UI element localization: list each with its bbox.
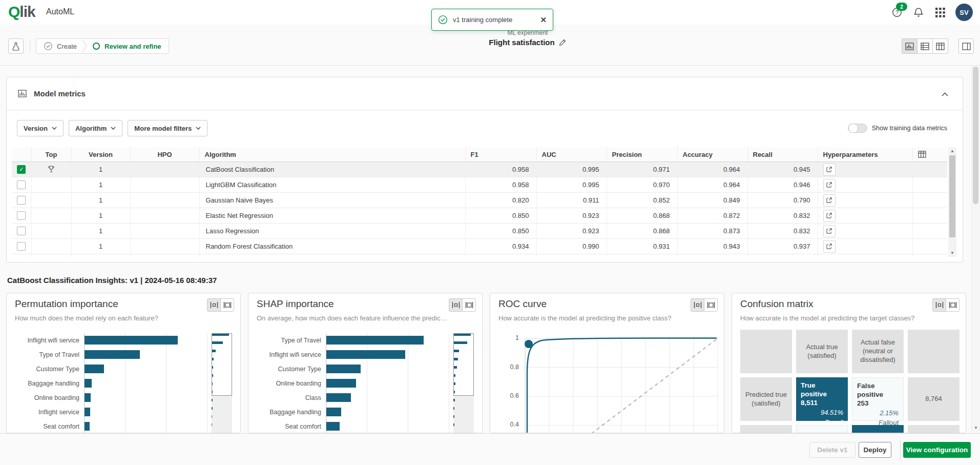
table-scrollbar-thumb[interactable] — [949, 155, 955, 237]
page-scrollbar[interactable]: ▼ — [971, 66, 980, 433]
cm-true-positive-cell[interactable]: True positive 8,511 94.51% Recall — [796, 377, 848, 421]
column-header-F1[interactable]: F1 — [465, 147, 536, 162]
model-row[interactable]: 1 Lasso Regression 0.8500.9230.8680.8730… — [12, 224, 947, 239]
hyperparameters-link-button[interactable] — [823, 179, 836, 191]
scroll-down-icon[interactable]: ▼ — [948, 251, 956, 255]
permutation-minimap[interactable] — [212, 333, 232, 433]
table-view-button[interactable] — [932, 38, 948, 54]
app-launcher-icon[interactable] — [934, 6, 946, 18]
column-header-select[interactable] — [12, 147, 31, 162]
focus-view-button[interactable] — [207, 298, 221, 312]
row-checkbox[interactable] — [17, 227, 26, 235]
step-review-label: Review and refine — [105, 43, 161, 50]
scroll-up-icon[interactable]: ▲ — [948, 149, 956, 153]
importance-bar[interactable] — [85, 379, 92, 388]
algorithm-filter-dropdown[interactable]: Algorithm — [69, 120, 122, 136]
model-row[interactable]: 1 Elastic Net Regression 0.8500.9230.868… — [12, 208, 947, 224]
row-checkbox[interactable] — [17, 242, 26, 251]
hyperparameters-link-button[interactable] — [823, 194, 836, 207]
expand-view-button[interactable] — [704, 298, 718, 312]
row-checkbox[interactable]: ✓ — [17, 165, 26, 174]
column-header-Version[interactable]: Version — [71, 147, 130, 162]
importance-bar[interactable] — [85, 422, 90, 431]
collapse-card-button[interactable] — [939, 89, 950, 100]
column-picker-button[interactable] — [912, 147, 947, 162]
importance-bar[interactable] — [326, 336, 424, 345]
view-configuration-button[interactable]: View configuration — [903, 442, 971, 458]
toast-close-icon[interactable]: ✕ — [540, 15, 547, 25]
version-filter-dropdown[interactable]: Version — [17, 120, 64, 136]
focus-view-button[interactable] — [691, 298, 704, 312]
metric-cell: 0.832 — [747, 224, 818, 239]
deploy-button[interactable]: Deploy — [859, 442, 891, 458]
importance-bar[interactable] — [326, 379, 356, 388]
help-button[interactable]: ? 2 — [891, 6, 903, 18]
expand-view-button[interactable] — [462, 298, 476, 312]
column-header-AUC[interactable]: AUC — [536, 147, 607, 162]
importance-bar[interactable] — [326, 350, 405, 359]
column-header-Precision[interactable]: Precision — [607, 147, 677, 162]
side-panel-toggle-button[interactable] — [958, 38, 974, 54]
bar-chart-view-icon — [905, 43, 914, 50]
metric-cell: 0.934 — [465, 239, 536, 254]
importance-bar[interactable] — [85, 393, 91, 402]
algorithm-cell: LightGBM Classification — [199, 177, 465, 193]
shap-minimap[interactable] — [453, 333, 474, 433]
page-scrollbar-thumb[interactable] — [973, 67, 978, 204]
model-row[interactable]: ✓ 1 CatBoost Classification 0.9580.9950.… — [12, 162, 947, 177]
row-checkbox[interactable] — [17, 196, 26, 205]
qlik-logo[interactable]: Qlik — [8, 3, 35, 21]
table-scrollbar[interactable]: ▲ ▼ — [948, 147, 956, 257]
importance-bar[interactable] — [326, 365, 361, 373]
show-training-data-toggle[interactable] — [848, 124, 867, 133]
column-header-HPO[interactable]: HPO — [130, 147, 199, 162]
list-view-button[interactable] — [917, 38, 933, 54]
step-create[interactable]: Create — [44, 42, 77, 51]
cm-corner-cell — [740, 330, 792, 373]
chevron-down-icon — [196, 127, 201, 130]
right-panel-icon — [962, 43, 971, 50]
importance-bar[interactable] — [326, 422, 340, 431]
panel-title: Confusion matrix — [740, 298, 814, 310]
row-checkbox[interactable] — [17, 180, 26, 189]
focus-view-button[interactable] — [449, 298, 463, 312]
importance-bar[interactable] — [326, 393, 351, 402]
edit-pencil-icon[interactable] — [559, 38, 567, 46]
model-row[interactable]: 1 Gaussian Naive Bayes 0.8200.9110.8520.… — [12, 193, 947, 208]
model-row[interactable]: 1 LightGBM Classification 0.9580.9950.97… — [12, 177, 947, 193]
step-review-and-refine[interactable]: Review and refine — [92, 42, 161, 50]
importance-bar[interactable] — [85, 350, 140, 359]
model-row[interactable]: 1 Random Forest Classification 0.9340.99… — [12, 239, 947, 254]
hyperparameters-link-button[interactable] — [823, 225, 836, 237]
delete-version-button[interactable]: Delete v1 — [809, 442, 856, 458]
column-header-Top[interactable]: Top — [31, 147, 71, 162]
user-avatar[interactable]: SV — [955, 4, 973, 21]
hyperparameters-link-button[interactable] — [823, 210, 836, 222]
hyperparameters-link-button[interactable] — [823, 240, 836, 253]
scroll-down-icon[interactable]: ▼ — [972, 426, 980, 430]
column-header-Hyperparameters[interactable]: Hyperparameters — [818, 147, 912, 162]
importance-bar[interactable] — [326, 408, 341, 416]
column-header-Accuracy[interactable]: Accuracy — [677, 147, 747, 162]
chart-view-button[interactable] — [902, 38, 918, 54]
importance-bar[interactable] — [85, 336, 178, 345]
bar-row: Baggage handling — [15, 376, 207, 391]
importance-bar[interactable] — [85, 408, 90, 416]
column-header-Recall[interactable]: Recall — [747, 147, 818, 162]
bell-icon[interactable] — [912, 6, 925, 18]
importance-bar[interactable] — [85, 365, 104, 373]
experiment-flask-button[interactable] — [8, 38, 24, 54]
column-header-Algorithm[interactable]: Algorithm — [199, 147, 465, 162]
expand-view-button[interactable] — [946, 298, 960, 312]
hyperparameters-link-button[interactable] — [823, 164, 836, 176]
more-model-filters-dropdown[interactable]: More model filters — [128, 120, 207, 136]
cm-false-positive-cell[interactable]: False positive 253 2.15% Fallout — [852, 377, 904, 421]
flask-icon — [12, 42, 20, 51]
metric-cell: 0.923 — [536, 208, 607, 224]
expand-view-button[interactable] — [220, 298, 234, 312]
feature-label: Inflight service — [15, 409, 84, 416]
focus-view-button[interactable] — [932, 298, 946, 312]
minimap-window[interactable] — [212, 333, 232, 396]
row-checkbox[interactable] — [17, 211, 26, 220]
minimap-window[interactable] — [453, 333, 474, 396]
